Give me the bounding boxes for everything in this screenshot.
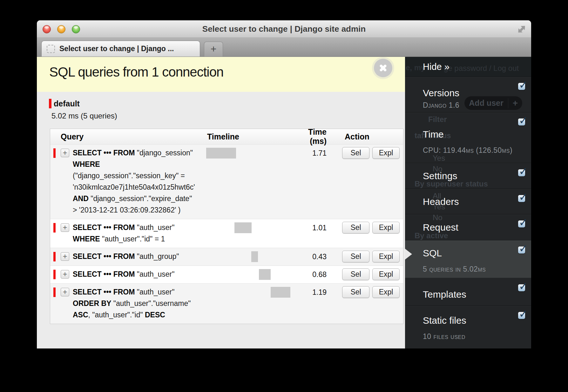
timeline-bar (259, 269, 271, 280)
explain-button[interactable]: Expl (372, 251, 400, 262)
connection-meta: default 5.02 ms (5 queries) (37, 92, 405, 120)
toolbar-header: Hide » (405, 57, 531, 77)
sql-text-line: SELECT ••• FROM "auth_user" (73, 286, 199, 298)
query-time-ms: 0.68 (292, 268, 327, 280)
sql-text-line: ORDER BY "auth_user"."username" (73, 298, 199, 309)
new-tab-button[interactable]: + (204, 42, 223, 57)
col-header-timeline: Timeline (199, 132, 292, 141)
section-subtitle: 5 queries in 5.02ms (423, 265, 531, 274)
toolbar-section-versions[interactable]: VersionsDjango 1.6 (405, 77, 531, 112)
sql-text-line: > '2013-12-21 03:26:09.232862' ) (73, 204, 199, 216)
toolbar-section-templates[interactable]: Templates (405, 278, 531, 306)
query-time-ms: 1.71 (292, 147, 327, 216)
sql-text-line: SELECT ••• FROM "auth_user" (73, 222, 199, 233)
explain-button[interactable]: Expl (372, 286, 400, 298)
timeline-bar (206, 148, 236, 159)
toolbar-section-settings[interactable]: Settings (405, 163, 531, 189)
section-checkbox-request[interactable] (518, 220, 525, 227)
sql-text-line: SELECT ••• FROM "django_session" (73, 147, 199, 159)
section-checkbox-templates[interactable] (518, 284, 525, 291)
section-title[interactable]: Static files (423, 315, 531, 326)
browser-window: Select user to change | Django site admi… (37, 20, 531, 348)
query-color-bar (53, 148, 56, 158)
toolbar-section-headers[interactable]: Headers (405, 189, 531, 214)
section-checkbox-sql[interactable] (518, 247, 525, 253)
query-color-bar (53, 223, 56, 233)
query-row: +SELECT ••• FROM "django_session"WHERE("… (50, 144, 403, 219)
page-content: SQL queries from 1 connection default 5.… (37, 57, 531, 348)
tab-title: Select user to change | Django ... (59, 44, 174, 53)
col-header-action: Action (327, 132, 369, 141)
section-checkbox-versions[interactable] (518, 83, 525, 90)
sql-text-line: WHERE (73, 159, 199, 170)
toolbar-section-time[interactable]: TimeCPU: 119.44ms (126.50ms) (405, 112, 531, 163)
expand-query-button[interactable]: + (61, 270, 69, 279)
section-title[interactable]: Time (423, 129, 531, 140)
sql-text-line: SELECT ••• FROM "auth_group" (73, 251, 199, 262)
timeline-bar (234, 222, 252, 233)
section-checkbox-headers[interactable] (518, 195, 525, 202)
explain-button[interactable]: Expl (372, 222, 400, 233)
select-button[interactable]: Sel (342, 222, 369, 233)
sql-text-line: ("django_session"."session_key" = (73, 170, 199, 181)
query-color-bar (53, 252, 56, 261)
section-subtitle: Django 1.6 (423, 101, 531, 110)
select-button[interactable]: Sel (342, 286, 369, 298)
section-title[interactable]: Versions (423, 88, 531, 98)
connection-name: default (54, 99, 80, 108)
close-panel-button[interactable] (374, 59, 392, 77)
query-time-ms: 1.01 (292, 222, 327, 245)
expand-query-button[interactable]: + (61, 288, 69, 296)
expand-query-button[interactable]: + (61, 223, 69, 232)
table-header-row: Query Timeline Time (ms) Action (50, 129, 403, 144)
hide-toolbar-link[interactable]: Hide » (423, 62, 450, 72)
query-row: +SELECT ••• FROM "auth_user"ORDER BY "au… (50, 283, 403, 324)
query-color-bar (53, 270, 56, 279)
query-rows: +SELECT ••• FROM "django_session"WHERE("… (50, 144, 403, 324)
query-row: +SELECT ••• FROM "auth_user"WHERE "auth_… (50, 219, 403, 248)
sql-text-line: SELECT ••• FROM "auth_user" (73, 268, 199, 280)
select-button[interactable]: Sel (342, 268, 369, 280)
section-subtitle: 10 files used (423, 332, 531, 341)
col-header-query: Query (50, 132, 199, 141)
panel-header: SQL queries from 1 connection (37, 57, 405, 92)
col-header-time: Time (ms) (292, 127, 327, 146)
query-time-ms: 1.19 (292, 286, 327, 321)
toolbar-section-static-files[interactable]: Static files10 files used (405, 306, 531, 348)
section-title[interactable]: Templates (423, 289, 531, 300)
toolbar-sections: VersionsDjango 1.6TimeCPU: 119.44ms (126… (405, 77, 531, 348)
sql-text-line: AND "django_session"."expire_date" (73, 193, 199, 204)
favicon-placeholder-icon (47, 45, 55, 53)
sql-text-line: WHERE "auth_user"."id" = 1 (73, 233, 199, 245)
query-table: Query Timeline Time (ms) Action +SELECT … (50, 129, 403, 324)
query-row: +SELECT ••• FROM "auth_group"0.43SelExpl (50, 248, 403, 266)
query-color-bar (53, 287, 56, 297)
explain-button[interactable]: Expl (372, 268, 400, 280)
tab-bar: Select user to change | Django ... + (37, 38, 531, 57)
timeline-bar (271, 287, 290, 298)
sql-text-line: ASC, "auth_user"."id" DESC (73, 309, 199, 321)
expand-query-button[interactable]: + (61, 252, 69, 261)
section-checkbox-time[interactable] (518, 118, 525, 125)
select-button[interactable]: Sel (342, 251, 369, 262)
section-title[interactable]: Headers (423, 196, 531, 207)
debug-toolbar: e, myge password / Log outFiltertaff sta… (405, 57, 531, 348)
sql-panel: SQL queries from 1 connection default 5.… (37, 57, 405, 348)
toolbar-section-sql[interactable]: SQL5 queries in 5.02ms (405, 240, 531, 278)
section-checkbox-static-files[interactable] (518, 312, 525, 319)
browser-tab[interactable]: Select user to change | Django ... (41, 41, 200, 57)
query-row: +SELECT ••• FROM "auth_user"0.68SelExpl (50, 266, 403, 283)
window-titlebar: Select user to change | Django site admi… (37, 20, 531, 38)
toolbar-section-request[interactable]: Request (405, 214, 531, 240)
window-title: Select user to change | Django site admi… (37, 20, 531, 37)
panel-title: SQL queries from 1 connection (49, 64, 223, 80)
section-title[interactable]: Settings (423, 171, 531, 181)
expand-query-button[interactable]: + (61, 149, 69, 157)
connection-color-bar (49, 99, 51, 108)
explain-button[interactable]: Expl (372, 147, 400, 159)
section-title[interactable]: SQL (423, 248, 531, 259)
query-time-ms: 0.43 (292, 251, 327, 262)
select-button[interactable]: Sel (342, 147, 369, 159)
section-title[interactable]: Request (423, 222, 531, 233)
section-checkbox-settings[interactable] (518, 169, 525, 176)
